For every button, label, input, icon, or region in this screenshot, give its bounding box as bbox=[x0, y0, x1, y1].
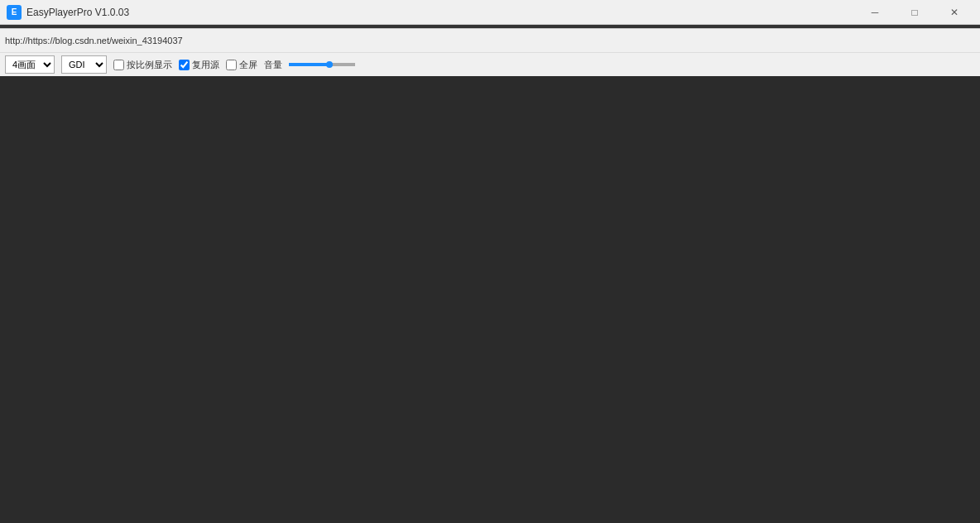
video-grid: H264[864×480] fps[25/32]P Bitrate[0.43Mb… bbox=[0, 25, 980, 28]
video-controls-top-right: OSD TCP Stop bbox=[491, 25, 979, 26]
aspect-ratio-label: 按比例显示 bbox=[113, 59, 172, 71]
bottom-toolbar: http://https://blog.csdn.net/weixin_4319… bbox=[0, 28, 980, 76]
reuse-source-label: 复用源 bbox=[179, 59, 219, 71]
video-cell-bottom-left: POST 敲诈勒索 📞 立即报警 bbox=[0, 26, 490, 28]
minimize-button[interactable]: ─ bbox=[856, 0, 894, 25]
title-bar: E EasyPlayerPro V1.0.03 ─ □ ✕ bbox=[0, 0, 980, 25]
volume-bar-container bbox=[289, 63, 355, 66]
toolbar-row-2: 4画面 1画面 9画面 16画面 GDI D3D OpenGL 按比例显示 复用… bbox=[0, 53, 980, 76]
fullscreen-checkbox[interactable] bbox=[226, 60, 237, 70]
volume-label: 音量 bbox=[264, 59, 282, 71]
app-icon: E bbox=[7, 5, 22, 20]
maximize-button[interactable]: □ bbox=[896, 0, 934, 25]
video-controls-top-left: OSD TCP Stop bbox=[1, 25, 489, 26]
close-button[interactable]: ✕ bbox=[935, 0, 973, 25]
status-text: http://https://blog.csdn.net/weixin_4319… bbox=[5, 36, 975, 46]
video-controls-bottom-left: OSD TCP Stop bbox=[1, 26, 489, 27]
video-cell-bottom-right: OSD TCP Play bbox=[490, 26, 980, 28]
volume-bar[interactable] bbox=[289, 63, 355, 66]
aspect-ratio-checkbox[interactable] bbox=[113, 60, 124, 70]
window-controls: ─ □ ✕ bbox=[856, 0, 973, 25]
toolbar-row-1: http://https://blog.csdn.net/weixin_4319… bbox=[0, 29, 980, 53]
reuse-source-checkbox[interactable] bbox=[179, 60, 190, 70]
layout-select[interactable]: 4画面 1画面 9画面 16画面 bbox=[5, 55, 55, 74]
render-select[interactable]: GDI D3D OpenGL bbox=[61, 55, 107, 74]
app-title: EasyPlayerPro V1.0.03 bbox=[26, 7, 856, 18]
fullscreen-label: 全屏 bbox=[226, 59, 257, 71]
video-controls-bottom-right: OSD TCP Play bbox=[491, 26, 979, 27]
